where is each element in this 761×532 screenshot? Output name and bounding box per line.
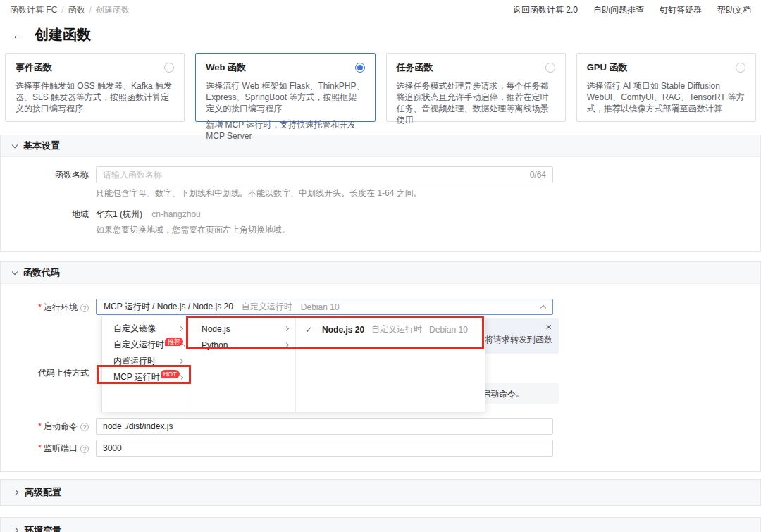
function-name-label: 函数名称 [1,166,96,198]
section-header-basic-settings[interactable]: 基本设置 [1,135,760,157]
back-arrow-icon[interactable]: ← [11,28,25,42]
section-title: 高级配置 [25,486,61,499]
start-command-input[interactable] [103,421,546,431]
card-title: 任务函数 [397,61,433,74]
close-icon[interactable]: × [545,321,552,332]
menu-item-nodejs[interactable]: Node.js [190,321,295,337]
section-header-env-vars[interactable]: 环境变量 [0,517,761,532]
page-title: 创建函数 [35,25,91,44]
function-name-field-wrap: 0/64 [96,166,553,183]
help-icon[interactable]: ? [80,423,89,431]
region-row: 地域 华东1 (杭州) cn-hangzhou 如果您要切换地域，您需要在页面左… [1,209,760,235]
listen-port-field-wrap [96,440,553,457]
runtime-select-tag2: Debian 10 [301,302,340,312]
region-code: cn-hangzhou [151,209,200,219]
char-counter: 0/64 [530,170,546,180]
breadcrumb-item-functions[interactable]: 函数 [68,4,85,16]
link-help-docs[interactable]: 帮助文档 [717,4,751,16]
listen-port-input[interactable] [103,443,546,453]
menu-item-custom-runtime[interactable]: 自定义运行时推荐 [102,337,190,353]
chevron-right-icon [13,528,18,532]
runtime-dropdown-menu: 自定义镜像 自定义运行时推荐 内置运行时 MCP 运行时HOT [101,316,485,412]
card-title: 事件函数 [16,61,52,74]
topbar: 函数计算 FC / 函数 / 创建函数 返回函数计算 2.0 自助问题排查 钉钉… [0,0,761,20]
function-name-help: 只能包含字母、数字、下划线和中划线。不能以数字、中划线开头。长度在 1-64 之… [96,188,553,198]
breadcrumb-separator: / [61,5,63,15]
menu-item-mcp-runtime[interactable]: MCP 运行时HOT [102,369,190,385]
card-title: Web 函数 [206,61,246,74]
section-title: 函数代码 [23,266,60,279]
menu-item-nodejs20[interactable]: ✓ Node.js 20 自定义运行时 Debian 10 [296,323,485,335]
dropdown-level3: ✓ Node.js 20 自定义运行时 Debian 10 [295,316,485,412]
function-code-content: *运行环境? MCP 运行时 / Node.js / Node.js 20 自定… [1,284,760,471]
card-description: 选择流行 Web 框架如 Flask、ThinkPHP、Express、Spri… [206,80,364,114]
function-name-input[interactable] [103,170,530,180]
recommended-badge: 推荐 [165,338,183,346]
chevron-right-icon [178,359,183,364]
breadcrumb-item-product[interactable]: 函数计算 FC [10,4,57,16]
section-header-advanced-config[interactable]: 高级配置 [0,479,761,506]
topbar-links: 返回函数计算 2.0 自助问题排查 钉钉答疑群 帮助文档 [513,4,751,16]
section-title: 基本设置 [23,140,60,152]
card-event-function[interactable]: 事件函数 选择事件触发如 OSS 触发器、Kafka 触发器、SLS 触发器等方… [5,53,185,122]
radio-unselected-icon[interactable] [545,63,555,73]
breadcrumb-separator: / [89,5,92,15]
required-mark: * [38,302,42,312]
runtime-select[interactable]: MCP 运行时 / Node.js / Node.js 20 自定义运行时 De… [96,299,553,315]
start-command-field-wrap [96,418,553,435]
menu-item-builtin-runtime[interactable]: 内置运行时 [102,353,190,369]
code-upload-method-label: 代码上传方式 [1,367,96,379]
card-description: 选择任务模式处理异步请求，每个任务都将追踪状态且允许手动启停，推荐在定时任务、音… [397,80,555,125]
card-title: GPU 函数 [587,61,628,74]
chevron-right-icon [284,326,289,331]
start-command-row: *启动命令? [1,418,553,435]
runtime-select-tag1: 自定义运行时 [242,301,292,313]
chevron-up-icon [540,305,546,311]
section-title: 环境变量 [25,524,61,532]
runtime-select-value: MCP 运行时 / Node.js / Node.js 20 [104,301,233,313]
chevron-right-icon [13,490,18,495]
basic-settings-content: 函数名称 0/64 只能包含字母、数字、下划线和中划线。不能以数字、中划线开头。… [1,157,760,251]
radio-unselected-icon[interactable] [164,63,174,73]
breadcrumb: 函数计算 FC / 函数 / 创建函数 [10,4,130,16]
menu-item-custom-image[interactable]: 自定义镜像 [102,321,190,337]
listen-port-label: *监听端口? [1,440,96,457]
radio-selected-icon[interactable] [355,63,365,73]
section-header-function-code[interactable]: 函数代码 [1,262,760,284]
required-mark: * [38,443,42,453]
chevron-down-icon [12,268,18,274]
help-icon[interactable]: ? [80,304,89,312]
link-back-to-fc2[interactable]: 返回函数计算 2.0 [513,4,578,16]
section-basic-settings: 基本设置 函数名称 0/64 只能包含字母、数字、下划线和中划线。不能以数字、中… [0,135,761,252]
chevron-right-icon [182,343,185,346]
dropdown-level1: 自定义镜像 自定义运行时推荐 内置运行时 MCP 运行时HOT [102,316,190,412]
radio-unselected-icon[interactable] [736,63,745,73]
region-label: 地域 [1,209,96,235]
region-value: 华东1 (杭州) [96,209,142,219]
function-type-cards: 事件函数 选择事件触发如 OSS 触发器、Kafka 触发器、SLS 触发器等方… [5,53,756,122]
runtime-row: *运行环境? MCP 运行时 / Node.js / Node.js 20 自定… [1,299,553,316]
card-description-extra: 新增 MCP 运行时，支持快速托管和开发 MCP Server [206,119,364,142]
card-web-function[interactable]: Web 函数 选择流行 Web 框架如 Flask、ThinkPHP、Expre… [195,53,375,122]
breadcrumb-item-current: 创建函数 [96,4,130,16]
link-self-troubleshoot[interactable]: 自助问题排查 [593,4,644,16]
card-gpu-function[interactable]: GPU 函数 选择流行 AI 项目如 Stable Diffusion WebU… [576,53,756,122]
link-dingtalk-group[interactable]: 钉钉答疑群 [660,4,702,16]
chevron-right-icon [284,342,289,347]
chevron-right-icon [178,326,183,331]
function-name-row: 函数名称 0/64 只能包含字母、数字、下划线和中划线。不能以数字、中划线开头。… [1,166,760,198]
hint-box-text: 启动命令。 [482,388,524,400]
help-icon[interactable]: ? [80,445,89,453]
check-icon: ✓ [305,325,312,335]
region-help: 如果您要切换地域，您需要在页面左上角切换地域。 [96,225,553,235]
start-command-label: *启动命令? [1,418,96,435]
menu-item-python[interactable]: Python [190,337,295,353]
section-function-code: 函数代码 *运行环境? MCP 运行时 / Node.js / Node.js … [0,261,761,472]
card-task-function[interactable]: 任务函数 选择任务模式处理异步请求，每个任务都将追踪状态且允许手动启停，推荐在定… [386,53,566,122]
chevron-down-icon [12,142,18,147]
card-description: 选择事件触发如 OSS 触发器、Kafka 触发器、SLS 触发器等方式，按照函… [16,80,174,114]
required-mark: * [38,421,42,431]
hot-badge: HOT [161,370,180,378]
listen-port-row: *监听端口? [1,440,553,457]
runtime-label: *运行环境? [1,299,96,316]
